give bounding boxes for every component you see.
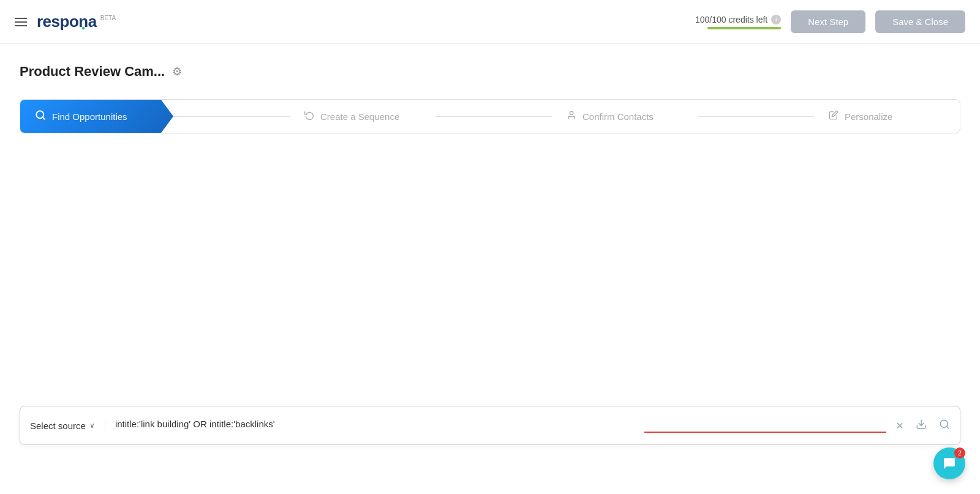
step-personalize-label: Personalize — [845, 111, 892, 122]
search-input[interactable] — [115, 419, 886, 429]
svg-line-1 — [42, 117, 44, 119]
search-input-underline — [644, 432, 886, 433]
step-create-sequence[interactable]: Create a Sequence — [290, 100, 435, 132]
campaign-title-row: Product Review Cam... ⚙ — [20, 64, 960, 80]
header-left: respona BETA — [15, 12, 116, 31]
svg-point-2 — [570, 111, 573, 114]
step-find-opportunities-label: Find Opportunities — [52, 111, 127, 122]
search-bar-area: Select source ∨ × — [20, 406, 960, 445]
step-connector-2 — [435, 116, 552, 117]
step-bar: Find Opportunities Create a Sequence Con… — [20, 99, 960, 133]
search-step-icon — [35, 110, 46, 123]
search-actions: × — [896, 419, 950, 433]
save-close-button[interactable]: Save & Close — [875, 10, 965, 33]
credits-bar — [707, 27, 781, 29]
logo-beta-label: BETA — [100, 15, 116, 21]
sequence-step-icon — [304, 110, 314, 122]
header: respona BETA 100/100 credits left i Next… — [0, 0, 980, 44]
logo-text: respona — [37, 12, 97, 31]
credits-info-icon[interactable]: i — [771, 15, 781, 24]
credits-bar-container — [707, 27, 781, 29]
next-step-button[interactable]: Next Step — [791, 10, 865, 33]
credits-section: 100/100 credits left i — [695, 15, 781, 29]
main-content: Product Review Cam... ⚙ Find Opportuniti… — [0, 44, 980, 178]
logo: respona BETA — [37, 12, 116, 31]
credits-text: 100/100 credits left i — [695, 15, 781, 24]
step-create-sequence-label: Create a Sequence — [320, 111, 399, 122]
step-find-opportunities[interactable]: Find Opportunities — [20, 100, 173, 133]
chat-badge: 2 — [954, 447, 965, 458]
step-confirm-contacts[interactable]: Confirm Contacts — [552, 100, 698, 132]
personalize-step-icon — [829, 110, 839, 122]
step-confirm-contacts-label: Confirm Contacts — [582, 111, 654, 122]
svg-line-5 — [946, 426, 948, 428]
contacts-step-icon — [567, 110, 576, 122]
clear-search-icon[interactable]: × — [896, 419, 903, 433]
search-submit-icon[interactable] — [939, 419, 950, 433]
step-personalize[interactable]: Personalize — [814, 100, 960, 132]
source-select[interactable]: Select source ∨ — [30, 421, 105, 431]
step-connector-3 — [698, 116, 814, 117]
step-connector-1 — [173, 116, 290, 117]
hamburger-menu-icon[interactable] — [15, 18, 27, 26]
download-icon[interactable] — [916, 419, 927, 433]
source-select-label: Select source — [30, 421, 86, 431]
header-right: 100/100 credits left i Next Step Save & … — [695, 10, 965, 33]
search-input-wrapper — [115, 419, 886, 433]
campaign-title: Product Review Cam... — [20, 64, 165, 80]
search-bar: Select source ∨ × — [20, 406, 960, 445]
gear-icon[interactable]: ⚙ — [172, 65, 182, 78]
chat-widget[interactable]: 2 — [933, 447, 965, 479]
chevron-down-icon: ∨ — [89, 421, 95, 430]
